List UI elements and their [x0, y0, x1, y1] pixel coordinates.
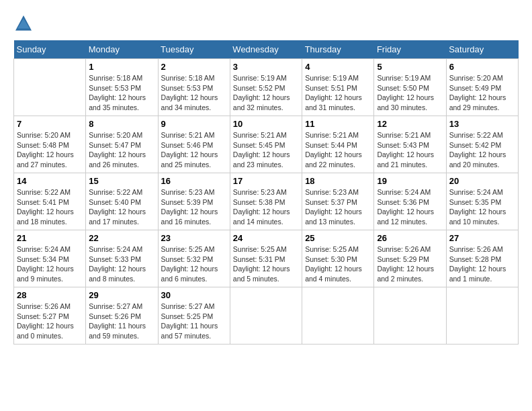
- cell-text: Sunrise: 5:22 AM Sunset: 5:40 PM Dayligh…: [89, 187, 154, 227]
- cell-text: Sunrise: 5:20 AM Sunset: 5:47 PM Dayligh…: [89, 130, 154, 170]
- calendar-cell: 21Sunrise: 5:24 AM Sunset: 5:34 PM Dayli…: [14, 230, 86, 287]
- logo-icon: [13, 13, 34, 34]
- weekday-header-monday: Monday: [86, 40, 158, 59]
- calendar-cell: 27Sunrise: 5:26 AM Sunset: 5:28 PM Dayli…: [446, 230, 518, 287]
- cell-text: Sunrise: 5:24 AM Sunset: 5:34 PM Dayligh…: [17, 244, 83, 284]
- day-number: 1: [89, 62, 154, 72]
- day-number: 4: [305, 62, 371, 72]
- weekday-header-row: SundayMondayTuesdayWednesdayThursdayFrid…: [14, 40, 519, 59]
- day-number: 14: [17, 176, 83, 186]
- week-row-2: 7Sunrise: 5:20 AM Sunset: 5:48 PM Daylig…: [14, 116, 519, 173]
- cell-text: Sunrise: 5:22 AM Sunset: 5:41 PM Dayligh…: [17, 187, 83, 227]
- calendar-cell: 22Sunrise: 5:24 AM Sunset: 5:33 PM Dayli…: [86, 230, 158, 287]
- cell-text: Sunrise: 5:19 AM Sunset: 5:50 PM Dayligh…: [377, 73, 443, 113]
- calendar-cell: 20Sunrise: 5:24 AM Sunset: 5:35 PM Dayli…: [446, 173, 518, 230]
- cell-text: Sunrise: 5:26 AM Sunset: 5:29 PM Dayligh…: [377, 244, 443, 284]
- calendar-cell: [374, 287, 446, 345]
- cell-text: Sunrise: 5:27 AM Sunset: 5:25 PM Dayligh…: [161, 302, 227, 341]
- cell-text: Sunrise: 5:27 AM Sunset: 5:26 PM Dayligh…: [89, 302, 154, 341]
- day-number: 12: [377, 119, 443, 129]
- calendar-cell: 25Sunrise: 5:25 AM Sunset: 5:30 PM Dayli…: [302, 230, 374, 287]
- week-row-5: 28Sunrise: 5:26 AM Sunset: 5:27 PM Dayli…: [14, 287, 519, 345]
- calendar-cell: 13Sunrise: 5:22 AM Sunset: 5:42 PM Dayli…: [446, 116, 518, 173]
- weekday-header-tuesday: Tuesday: [158, 40, 230, 59]
- cell-text: Sunrise: 5:21 AM Sunset: 5:44 PM Dayligh…: [305, 130, 371, 170]
- day-number: 5: [377, 62, 443, 72]
- calendar-cell: 17Sunrise: 5:23 AM Sunset: 5:38 PM Dayli…: [230, 173, 302, 230]
- calendar-cell: 15Sunrise: 5:22 AM Sunset: 5:40 PM Dayli…: [86, 173, 158, 230]
- calendar-cell: 24Sunrise: 5:25 AM Sunset: 5:31 PM Dayli…: [230, 230, 302, 287]
- calendar-cell: 29Sunrise: 5:27 AM Sunset: 5:26 PM Dayli…: [86, 287, 158, 345]
- cell-text: Sunrise: 5:25 AM Sunset: 5:32 PM Dayligh…: [161, 244, 227, 284]
- calendar-cell: [302, 287, 374, 345]
- day-number: 25: [305, 233, 371, 243]
- day-number: 24: [233, 233, 299, 243]
- calendar-cell: 28Sunrise: 5:26 AM Sunset: 5:27 PM Dayli…: [14, 287, 86, 345]
- day-number: 10: [233, 119, 299, 129]
- cell-text: Sunrise: 5:24 AM Sunset: 5:33 PM Dayligh…: [89, 244, 154, 284]
- calendar-cell: [14, 59, 86, 116]
- calendar-cell: 19Sunrise: 5:24 AM Sunset: 5:36 PM Dayli…: [374, 173, 446, 230]
- weekday-header-wednesday: Wednesday: [230, 40, 302, 59]
- day-number: 11: [305, 119, 371, 129]
- calendar-cell: 14Sunrise: 5:22 AM Sunset: 5:41 PM Dayli…: [14, 173, 86, 230]
- calendar-cell: 12Sunrise: 5:21 AM Sunset: 5:43 PM Dayli…: [374, 116, 446, 173]
- cell-text: Sunrise: 5:25 AM Sunset: 5:31 PM Dayligh…: [233, 244, 299, 284]
- day-number: 17: [233, 176, 299, 186]
- calendar-cell: 4Sunrise: 5:19 AM Sunset: 5:51 PM Daylig…: [302, 59, 374, 116]
- day-number: 18: [305, 176, 371, 186]
- calendar-cell: 26Sunrise: 5:26 AM Sunset: 5:29 PM Dayli…: [374, 230, 446, 287]
- day-number: 7: [17, 119, 83, 129]
- day-number: 8: [89, 119, 154, 129]
- calendar-cell: 7Sunrise: 5:20 AM Sunset: 5:48 PM Daylig…: [14, 116, 86, 173]
- cell-text: Sunrise: 5:26 AM Sunset: 5:27 PM Dayligh…: [17, 302, 83, 341]
- day-number: 15: [89, 176, 154, 186]
- cell-text: Sunrise: 5:23 AM Sunset: 5:38 PM Dayligh…: [233, 187, 299, 227]
- cell-text: Sunrise: 5:24 AM Sunset: 5:35 PM Dayligh…: [449, 187, 515, 227]
- day-number: 22: [89, 233, 154, 243]
- calendar-cell: 6Sunrise: 5:20 AM Sunset: 5:49 PM Daylig…: [446, 59, 518, 116]
- calendar-cell: 23Sunrise: 5:25 AM Sunset: 5:32 PM Dayli…: [158, 230, 230, 287]
- cell-text: Sunrise: 5:21 AM Sunset: 5:45 PM Dayligh…: [233, 130, 299, 170]
- day-number: 13: [449, 119, 515, 129]
- day-number: 9: [161, 119, 227, 129]
- cell-text: Sunrise: 5:23 AM Sunset: 5:37 PM Dayligh…: [305, 187, 371, 227]
- weekday-header-sunday: Sunday: [14, 40, 86, 59]
- calendar-cell: 9Sunrise: 5:21 AM Sunset: 5:46 PM Daylig…: [158, 116, 230, 173]
- day-number: 6: [449, 62, 515, 72]
- calendar-cell: 16Sunrise: 5:23 AM Sunset: 5:39 PM Dayli…: [158, 173, 230, 230]
- cell-text: Sunrise: 5:23 AM Sunset: 5:39 PM Dayligh…: [161, 187, 227, 227]
- day-number: 28: [17, 290, 83, 300]
- calendar-cell: 30Sunrise: 5:27 AM Sunset: 5:25 PM Dayli…: [158, 287, 230, 345]
- calendar-cell: [446, 287, 518, 345]
- cell-text: Sunrise: 5:18 AM Sunset: 5:53 PM Dayligh…: [89, 73, 154, 113]
- day-number: 26: [377, 233, 443, 243]
- calendar-cell: 3Sunrise: 5:19 AM Sunset: 5:52 PM Daylig…: [230, 59, 302, 116]
- calendar-cell: 18Sunrise: 5:23 AM Sunset: 5:37 PM Dayli…: [302, 173, 374, 230]
- day-number: 29: [89, 290, 154, 300]
- cell-text: Sunrise: 5:22 AM Sunset: 5:42 PM Dayligh…: [449, 130, 515, 170]
- cell-text: Sunrise: 5:18 AM Sunset: 5:53 PM Dayligh…: [161, 73, 227, 113]
- calendar-cell: [230, 287, 302, 345]
- cell-text: Sunrise: 5:20 AM Sunset: 5:48 PM Dayligh…: [17, 130, 83, 170]
- calendar-cell: 11Sunrise: 5:21 AM Sunset: 5:44 PM Dayli…: [302, 116, 374, 173]
- weekday-header-thursday: Thursday: [302, 40, 374, 59]
- cell-text: Sunrise: 5:21 AM Sunset: 5:43 PM Dayligh…: [377, 130, 443, 170]
- day-number: 21: [17, 233, 83, 243]
- calendar-table: SundayMondayTuesdayWednesdayThursdayFrid…: [13, 40, 519, 345]
- weekday-header-friday: Friday: [374, 40, 446, 59]
- cell-text: Sunrise: 5:24 AM Sunset: 5:36 PM Dayligh…: [377, 187, 443, 227]
- day-number: 2: [161, 62, 227, 72]
- logo: [13, 13, 36, 34]
- day-number: 20: [449, 176, 515, 186]
- weekday-header-saturday: Saturday: [446, 40, 518, 59]
- week-row-3: 14Sunrise: 5:22 AM Sunset: 5:41 PM Dayli…: [14, 173, 519, 230]
- week-row-1: 1Sunrise: 5:18 AM Sunset: 5:53 PM Daylig…: [14, 59, 519, 116]
- calendar-cell: 8Sunrise: 5:20 AM Sunset: 5:47 PM Daylig…: [86, 116, 158, 173]
- cell-text: Sunrise: 5:20 AM Sunset: 5:49 PM Dayligh…: [449, 73, 515, 113]
- cell-text: Sunrise: 5:21 AM Sunset: 5:46 PM Dayligh…: [161, 130, 227, 170]
- day-number: 3: [233, 62, 299, 72]
- cell-text: Sunrise: 5:19 AM Sunset: 5:51 PM Dayligh…: [305, 73, 371, 113]
- day-number: 30: [161, 290, 227, 300]
- day-number: 19: [377, 176, 443, 186]
